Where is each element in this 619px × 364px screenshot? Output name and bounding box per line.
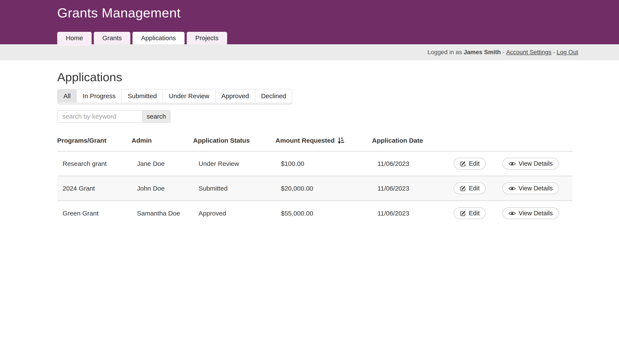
pen-square-icon: [460, 185, 466, 192]
cell-admin: John Doe: [137, 185, 198, 192]
filter-all[interactable]: All: [58, 89, 76, 103]
row-actions: Edit View Details: [454, 158, 572, 170]
cell-status: Under Review: [198, 160, 281, 167]
cell-date: 11/06/2023: [378, 185, 454, 192]
column-header-admin: Admin: [132, 137, 193, 144]
column-header-amount: Amount Requested: [276, 137, 372, 144]
user-bar: Logged in as James Smith - Account Setti…: [0, 44, 619, 60]
edit-button[interactable]: Edit: [454, 207, 486, 219]
search-input[interactable]: [57, 110, 143, 123]
nav-tabs: Home Grants Applications Projects: [57, 32, 227, 46]
filter-submitted[interactable]: Submitted: [122, 89, 163, 103]
edit-button[interactable]: Edit: [454, 158, 486, 170]
sort-amount-down-icon[interactable]: [337, 137, 344, 144]
eye-icon: [508, 186, 516, 191]
edit-button[interactable]: Edit: [454, 182, 486, 194]
table-row: 2024 Grant John Doe Submitted $20,000.00…: [57, 176, 572, 201]
view-details-button-label: View Details: [519, 160, 553, 167]
pen-square-icon: [460, 161, 466, 167]
tab-grants[interactable]: Grants: [94, 32, 130, 44]
table-row: Green Grant Samantha Doe Approved $55,00…: [57, 201, 572, 226]
row-actions: Edit View Details: [454, 182, 572, 194]
cell-program: Green Grant: [63, 210, 137, 217]
main-content: Applications All In Progress Submitted U…: [0, 70, 619, 226]
cell-admin: Jane Doe: [137, 160, 198, 167]
column-header-program: Programs/Grant: [57, 137, 132, 144]
cell-amount: $20,000.00: [281, 185, 378, 192]
app-title: Grants Management: [57, 5, 181, 20]
eye-icon: [508, 211, 516, 216]
pen-square-icon: [460, 210, 466, 216]
search-row: search: [57, 110, 619, 123]
filter-approved[interactable]: Approved: [215, 89, 255, 103]
cell-program: Research grant: [63, 160, 137, 167]
account-settings-link[interactable]: Account Settings: [506, 49, 551, 56]
view-details-button[interactable]: View Details: [502, 158, 559, 170]
cell-date: 11/06/2023: [378, 210, 454, 217]
column-header-status: Application Status: [193, 137, 276, 144]
table-row: Research grant Jane Doe Under Review $10…: [57, 151, 572, 176]
edit-button-label: Edit: [469, 210, 480, 217]
separator: -: [551, 49, 557, 56]
view-details-button[interactable]: View Details: [502, 207, 559, 219]
view-details-button[interactable]: View Details: [502, 182, 559, 194]
edit-button-label: Edit: [469, 185, 480, 192]
filter-under-review[interactable]: Under Review: [163, 89, 215, 103]
filter-in-progress[interactable]: In Progress: [76, 89, 121, 103]
log-out-link[interactable]: Log Out: [557, 49, 578, 56]
cell-date: 11/06/2023: [378, 160, 454, 167]
column-header-date: Application Date: [372, 137, 448, 144]
applications-table: Programs/Grant Admin Application Status …: [57, 132, 572, 226]
view-details-button-label: View Details: [519, 185, 553, 192]
filter-declined[interactable]: Declined: [255, 89, 292, 103]
tab-projects[interactable]: Projects: [187, 32, 227, 44]
table-header-row: Programs/Grant Admin Application Status …: [57, 132, 572, 151]
cell-status: Submitted: [198, 185, 281, 192]
logged-in-label: Logged in as: [428, 49, 464, 56]
cell-amount: $55,000.00: [281, 210, 378, 217]
eye-icon: [508, 161, 516, 166]
edit-button-label: Edit: [469, 160, 480, 167]
search-button[interactable]: search: [143, 110, 170, 123]
separator: -: [501, 49, 506, 56]
column-header-amount-label: Amount Requested: [276, 137, 335, 144]
row-actions: Edit View Details: [454, 207, 572, 219]
page-title: Applications: [57, 70, 619, 84]
cell-amount: $100.00: [281, 160, 378, 167]
tab-applications[interactable]: Applications: [132, 32, 184, 44]
app-header: Grants Management Home Grants Applicatio…: [0, 0, 619, 44]
cell-status: Approved: [198, 210, 281, 217]
cell-admin: Samantha Doe: [137, 210, 198, 217]
tab-home[interactable]: Home: [57, 32, 92, 46]
cell-program: 2024 Grant: [63, 185, 137, 192]
logged-in-username: James Smith: [464, 49, 501, 56]
status-filter-group: All In Progress Submitted Under Review A…: [57, 89, 292, 105]
view-details-button-label: View Details: [519, 210, 553, 217]
